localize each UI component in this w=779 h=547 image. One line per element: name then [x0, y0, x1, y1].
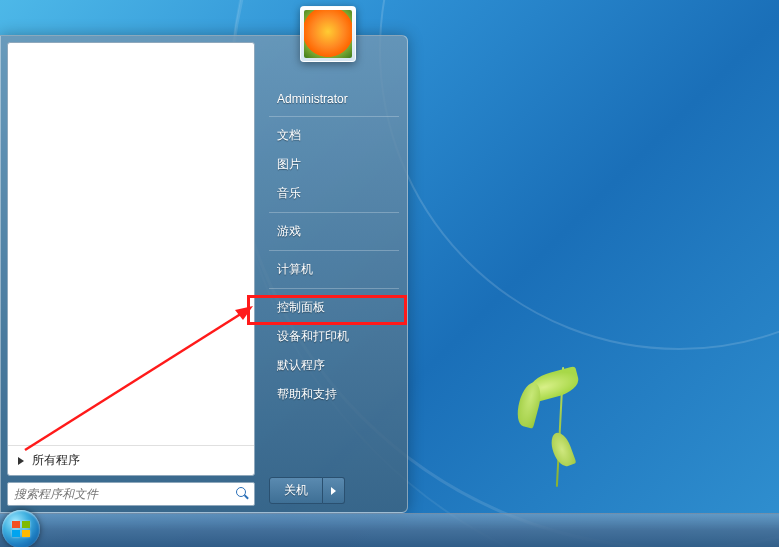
- menu-item-user[interactable]: Administrator: [269, 86, 399, 112]
- menu-item-devices-printers[interactable]: 设备和打印机: [269, 322, 399, 351]
- menu-item-pictures[interactable]: 图片: [269, 150, 399, 179]
- all-programs-label: 所有程序: [32, 452, 80, 469]
- search-icon: [236, 487, 250, 501]
- menu-item-documents[interactable]: 文档: [269, 121, 399, 150]
- start-menu-right-panel: Administrator 文档 图片 音乐 游戏 计算机 控制面板 设备和打印…: [261, 36, 407, 512]
- menu-item-games[interactable]: 游戏: [269, 217, 399, 246]
- triangle-right-icon: [18, 457, 24, 465]
- menu-item-help-support[interactable]: 帮助和支持: [269, 380, 399, 409]
- search-box[interactable]: [7, 482, 255, 506]
- shutdown-button[interactable]: 关机: [269, 477, 323, 504]
- taskbar: [0, 513, 779, 547]
- shutdown-options-button[interactable]: [323, 477, 345, 504]
- menu-item-music[interactable]: 音乐: [269, 179, 399, 208]
- separator: [269, 212, 399, 213]
- flower-icon: [304, 10, 352, 58]
- start-button[interactable]: [2, 510, 40, 548]
- separator: [269, 288, 399, 289]
- separator: [269, 250, 399, 251]
- start-menu-left-panel: 所有程序: [7, 42, 255, 506]
- menu-item-computer[interactable]: 计算机: [269, 255, 399, 284]
- user-avatar-frame[interactable]: [300, 6, 356, 62]
- search-input[interactable]: [14, 487, 236, 501]
- menu-item-default-programs[interactable]: 默认程序: [269, 351, 399, 380]
- triangle-right-icon: [331, 487, 336, 495]
- separator: [269, 116, 399, 117]
- all-programs-button[interactable]: 所有程序: [8, 445, 254, 475]
- menu-item-control-panel[interactable]: 控制面板: [269, 293, 399, 322]
- start-menu: 所有程序 Administrator 文档 图片 音乐 游戏 计算机 控制面板 …: [0, 35, 408, 513]
- programs-list: 所有程序: [7, 42, 255, 476]
- shutdown-group: 关机: [269, 477, 399, 504]
